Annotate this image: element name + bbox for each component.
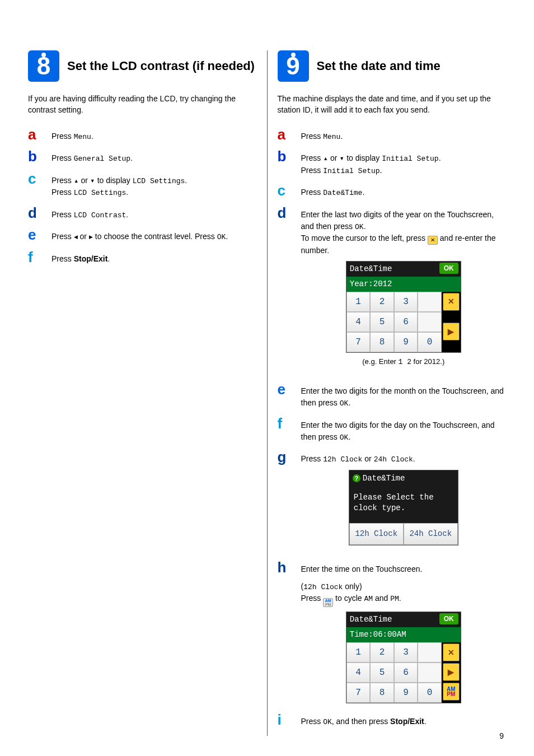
key-3[interactable]: 3: [394, 292, 418, 312]
step-g: g Press 12h Clock or 24h Clock. ? Date&T…: [278, 451, 507, 553]
step-c: c Press or to display LCD Settings. Pres…: [28, 172, 257, 199]
section-9-header: 9 Set the date and time: [278, 50, 507, 82]
key-4[interactable]: 4: [346, 662, 371, 683]
step-f: f Press Stop/Exit.: [28, 251, 257, 265]
next-icon[interactable]: ▶: [443, 663, 460, 681]
key-8[interactable]: 8: [370, 332, 394, 352]
up-arrow-icon: [74, 176, 79, 185]
step-b: b Press or to display Initial Setup. Pre…: [278, 150, 507, 176]
ok-button[interactable]: OK: [439, 263, 458, 274]
section-8-title: Set the LCD contrast (if needed): [67, 59, 255, 73]
btn-24h-clock[interactable]: 24h Clock: [404, 523, 458, 545]
ampm-toggle-icon: AMPM: [323, 598, 333, 607]
step-h: h Enter the time on the Touchscreen. (12…: [278, 561, 507, 706]
right-arrow-icon: [89, 232, 93, 241]
key-7[interactable]: 7: [346, 683, 371, 703]
keypad: 1 2 3 4 5 6: [346, 642, 442, 703]
section-9-intro: The machine displays the date and time, …: [278, 93, 507, 116]
step-f: f Enter the two digits for the day on th…: [278, 417, 507, 444]
section-9-title: Set the date and time: [317, 59, 441, 73]
btn-12h-clock[interactable]: 12h Clock: [349, 523, 404, 545]
step-e: e Enter the two digits for the month on …: [278, 383, 507, 409]
key-2[interactable]: 2: [370, 292, 394, 312]
key-2[interactable]: 2: [370, 642, 394, 662]
lcd-clock-type: ? Date&Time Please Select the clock type…: [349, 470, 458, 545]
key-6[interactable]: 6: [394, 312, 418, 332]
lcd-time-field: Time:06:00AM: [346, 627, 461, 642]
step-i: i Press OK, and then press Stop/Exit.: [278, 713, 507, 728]
section-9-steps: a Press Menu. b Press or to display Init…: [278, 128, 507, 728]
up-arrow-icon: [323, 153, 328, 162]
left-column: 8 Set the LCD contrast (if needed) If yo…: [28, 50, 257, 736]
key-9[interactable]: 9: [394, 332, 418, 352]
lcd-year-entry: Date&Time OK Year:2012 1 2 3: [346, 261, 461, 353]
key-1[interactable]: 1: [346, 642, 371, 662]
key-5[interactable]: 5: [370, 312, 394, 332]
step-b: b Press General Setup.: [28, 150, 257, 165]
cursor-left-icon: ✕: [428, 236, 438, 245]
step-d: d Press LCD Contrast.: [28, 207, 257, 221]
step-c: c Press Date&Time.: [278, 184, 507, 199]
key-3[interactable]: 3: [394, 642, 418, 662]
step-e: e Press or to choose the contrast level.…: [28, 228, 257, 243]
page-number: 9: [499, 731, 504, 740]
keypad: 1 2 3 4 5 6: [346, 292, 442, 352]
key-4[interactable]: 4: [346, 312, 371, 332]
key-0[interactable]: 0: [418, 332, 442, 352]
next-icon[interactable]: ▶: [443, 323, 460, 340]
section-8-header: 8 Set the LCD contrast (if needed): [28, 50, 257, 82]
key-0[interactable]: 0: [418, 683, 442, 703]
close-icon[interactable]: ✕: [443, 643, 460, 661]
ok-button[interactable]: OK: [439, 613, 458, 624]
ampm-button[interactable]: AMPM: [443, 683, 460, 701]
down-arrow-icon: [90, 176, 95, 185]
lcd-year-field: Year:2012: [346, 277, 461, 292]
badge-9: 9: [278, 50, 309, 82]
key-6[interactable]: 6: [394, 662, 418, 683]
lcd1-caption: (e.g. Enter 1 2 for 2012.): [301, 356, 507, 368]
section-8-intro: If you are having difficulty reading the…: [28, 93, 257, 116]
key-9[interactable]: 9: [394, 683, 418, 703]
badge-8: 8: [28, 50, 59, 82]
close-icon[interactable]: ✕: [443, 293, 460, 311]
key-7[interactable]: 7: [346, 332, 371, 352]
down-arrow-icon: [339, 153, 344, 162]
key-1[interactable]: 1: [346, 292, 371, 312]
step-a: a Press Menu.: [28, 128, 257, 143]
lcd-clock-type-msg: Please Select the clock type.: [349, 487, 458, 523]
lcd-time-entry: Date&Time OK Time:06:00AM 1 2 3: [346, 612, 461, 703]
step-a: a Press Menu.: [278, 128, 507, 143]
key-8[interactable]: 8: [370, 683, 394, 703]
help-icon: ?: [353, 474, 360, 482]
step-d: d Enter the last two digits of the year …: [278, 207, 507, 376]
column-divider: [267, 50, 268, 736]
right-column: 9 Set the date and time The machine disp…: [278, 50, 507, 736]
left-arrow-icon: [74, 232, 78, 241]
section-8-steps: a Press Menu. b Press General Setup. c P…: [28, 128, 257, 265]
key-5[interactable]: 5: [370, 662, 394, 683]
